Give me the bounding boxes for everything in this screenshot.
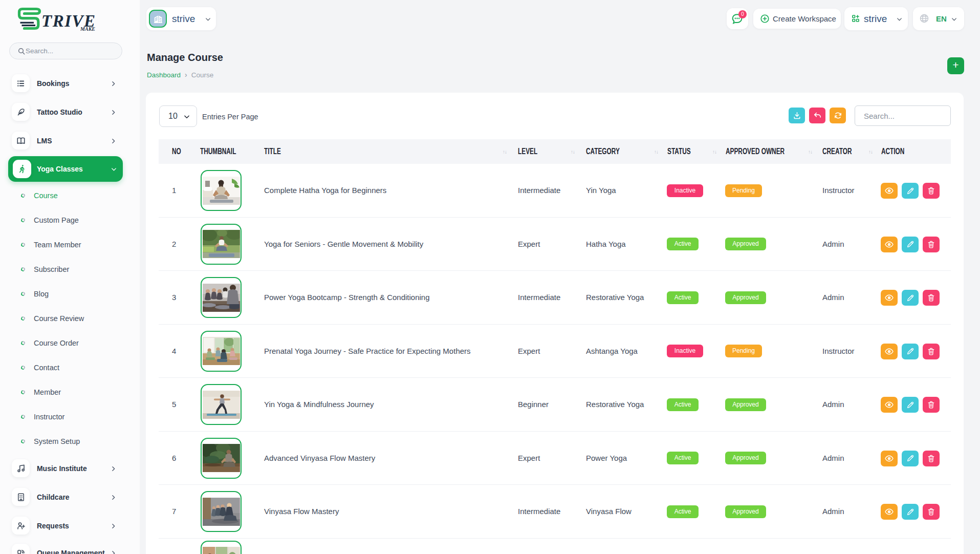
svg-text:MAKE: MAKE: [80, 26, 95, 32]
